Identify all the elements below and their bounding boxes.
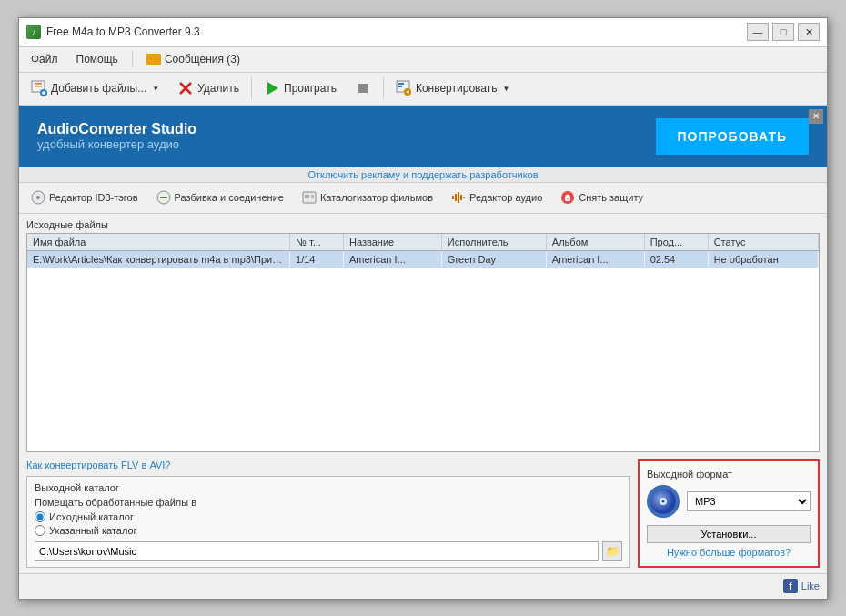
folder-icon: 📁 — [606, 545, 619, 558]
catalog-button[interactable]: Каталогизатор фильмов — [294, 186, 441, 209]
file-table: Имя файла № т... Название Исполнитель Ал… — [27, 234, 819, 268]
ad-dismiss-link[interactable]: Отключить рекламу и поддержать разработч… — [19, 167, 827, 183]
split-join-button[interactable]: Разбивка и соединение — [148, 186, 292, 209]
svg-rect-9 — [358, 84, 368, 93]
convert-button[interactable]: Конвертировать ▼ — [388, 76, 518, 101]
bottom-section: Как конвертировать FLV в AVI? Выходной к… — [26, 459, 820, 568]
window-controls: — □ ✕ — [747, 23, 820, 41]
audio-editor-button[interactable]: Редактор аудио — [443, 186, 550, 209]
browse-folder-button[interactable]: 📁 — [602, 541, 622, 561]
fb-like-label: Like — [801, 581, 820, 591]
menu-divider — [132, 51, 133, 67]
id3-icon — [31, 190, 45, 205]
audio-icon — [451, 190, 466, 205]
main-content: Исходные файлы Имя файла № т... Название… — [19, 214, 827, 573]
title-bar: ♪ Free M4a to MP3 Converter 9.3 — □ ✕ — [19, 18, 827, 47]
file-table-header: Имя файла № т... Название Исполнитель Ал… — [27, 234, 819, 251]
radio-specified-label[interactable]: Указанный каталог — [35, 525, 622, 536]
convert-dropdown-arrow: ▼ — [502, 85, 509, 93]
format-select[interactable]: MP3 AAC WAV FLAC OGG — [687, 491, 811, 511]
svg-rect-26 — [460, 195, 462, 200]
play-button[interactable]: Проиграть — [256, 76, 345, 101]
svg-marker-8 — [267, 82, 278, 95]
drm-button[interactable]: Снять защиту — [552, 186, 651, 209]
more-formats-link[interactable]: Нужно больше форматов? — [647, 547, 811, 558]
toolbar: Добавить файлы... ▼ Удалить Проиграть — [19, 73, 827, 106]
output-path-input[interactable] — [35, 541, 599, 561]
add-files-label: Добавить файлы... — [51, 82, 146, 95]
svg-rect-2 — [35, 86, 42, 87]
svg-rect-25 — [458, 192, 459, 203]
ad-subtitle: удобный конвертер аудио — [37, 137, 196, 151]
file-table-container: Имя файла № т... Название Исполнитель Ал… — [26, 233, 820, 452]
output-group: Выходной каталог Помещать обработанные ф… — [26, 476, 630, 568]
bottom-left: Как конвертировать FLV в AVI? Выходной к… — [26, 459, 630, 568]
minimize-button[interactable]: — — [747, 23, 769, 41]
col-duration: Прод... — [644, 234, 708, 251]
radio-source-input[interactable] — [35, 511, 45, 522]
col-status: Статус — [708, 234, 818, 251]
file-table-body: E:\Work\Articles\Как конвертировать m4a … — [27, 250, 819, 268]
delete-button[interactable]: Удалить — [169, 76, 247, 101]
add-files-button[interactable]: Добавить файлы... ▼ — [23, 76, 167, 101]
svg-rect-5 — [43, 91, 45, 95]
app-icon-symbol: ♪ — [32, 27, 36, 37]
id3-label: Редактор ID3-тэгов — [49, 192, 138, 203]
ad-try-button[interactable]: ПОПРОБОВАТЬ — [656, 118, 809, 155]
facebook-like[interactable]: f Like — [783, 579, 820, 593]
svg-rect-1 — [35, 83, 42, 85]
menu-help[interactable]: Помощь — [68, 49, 126, 69]
toolbar-separator-1 — [251, 77, 252, 99]
svg-rect-23 — [452, 196, 454, 199]
close-button[interactable]: ✕ — [798, 23, 820, 41]
format-row: MP3 AAC WAV FLAC OGG — [647, 485, 811, 518]
convert-label: Конвертировать — [416, 82, 498, 95]
menu-file[interactable]: Файл — [23, 49, 66, 69]
col-artist: Исполнитель — [441, 234, 546, 251]
cell-duration: 02:54 — [644, 250, 708, 268]
app-icon: ♪ — [26, 25, 41, 39]
cell-artist: Green Day — [441, 250, 546, 268]
menu-messages[interactable]: Сообщения (3) — [138, 50, 248, 68]
radio-specified-text: Указанный каталог — [49, 525, 137, 536]
svg-rect-24 — [455, 194, 457, 201]
settings-button[interactable]: Установки... — [647, 525, 811, 543]
window-title: Free M4a to MP3 Converter 9.3 — [46, 25, 747, 38]
split-icon — [156, 190, 171, 205]
svg-rect-11 — [398, 83, 404, 85]
radio-specified-input[interactable] — [35, 525, 45, 536]
play-icon — [264, 80, 280, 96]
stop-button[interactable] — [347, 76, 379, 101]
svg-point-16 — [36, 196, 40, 199]
ad-close-button[interactable]: ✕ — [809, 109, 823, 124]
main-window: ♪ Free M4a to MP3 Converter 9.3 — □ ✕ Фа… — [18, 17, 828, 600]
add-icon — [31, 80, 47, 96]
delete-icon — [177, 80, 194, 96]
play-label: Проиграть — [284, 82, 337, 95]
convert-link[interactable]: Как конвертировать FLV в AVI? — [26, 459, 630, 470]
radio-source-label[interactable]: Исходный каталог — [35, 511, 622, 522]
drm-label: Снять защиту — [579, 192, 643, 203]
cell-status: Не обработан — [708, 250, 818, 268]
place-label: Помещать обработанные файлы в — [35, 497, 622, 508]
maximize-button[interactable]: □ — [772, 23, 794, 41]
radio-source-text: Исходный каталог — [49, 511, 134, 522]
add-dropdown-arrow: ▼ — [152, 85, 159, 93]
format-panel-label: Выходной формат — [647, 469, 811, 480]
svg-rect-20 — [305, 195, 309, 198]
cell-filename: E:\Work\Articles\Как конвертировать m4a … — [27, 250, 290, 268]
svg-rect-27 — [463, 197, 465, 198]
svg-rect-31 — [568, 198, 569, 200]
svg-point-34 — [662, 500, 665, 502]
col-album: Альбом — [546, 234, 644, 251]
ad-title: AudioConverter Studio — [37, 121, 196, 137]
output-path-row: 📁 — [35, 541, 622, 561]
catalog-label: Каталогизатор фильмов — [320, 192, 433, 203]
audio-editor-label: Редактор аудио — [469, 192, 542, 203]
id3-editor-button[interactable]: Редактор ID3-тэгов — [23, 186, 146, 209]
status-bar: f Like — [19, 573, 827, 599]
table-row[interactable]: E:\Work\Articles\Как конвертировать m4a … — [27, 250, 819, 268]
format-panel: Выходной формат — [638, 459, 820, 568]
output-group-label: Выходной каталог — [35, 482, 622, 493]
catalog-icon — [302, 190, 317, 205]
